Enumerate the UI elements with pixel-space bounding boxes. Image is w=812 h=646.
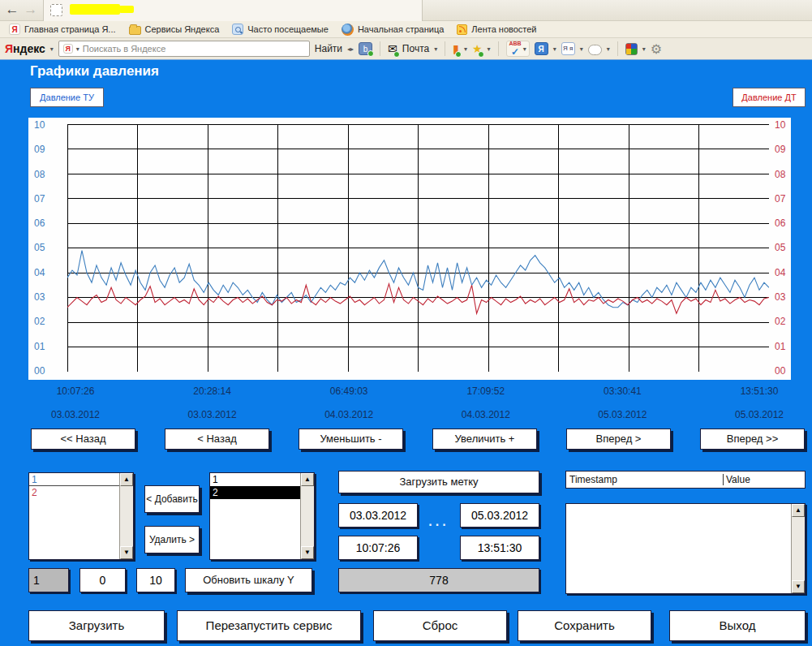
chevron-down-icon[interactable]: ▾ bbox=[434, 45, 437, 53]
badge-icon bbox=[478, 51, 484, 58]
mail-icon[interactable]: ✉ bbox=[388, 42, 397, 55]
scroll-up-icon[interactable]: ▲ bbox=[120, 473, 133, 486]
bookmark-label: Лента новостей bbox=[471, 24, 536, 34]
list-item[interactable]: 1 bbox=[29, 473, 119, 486]
reset-button[interactable]: Сброс bbox=[373, 610, 507, 641]
y-min-field[interactable]: 0 bbox=[79, 568, 126, 592]
favicon-placeholder-icon bbox=[50, 4, 62, 16]
available-channels-list[interactable]: 1 2 ▲ ▼ bbox=[28, 472, 134, 560]
list-item[interactable]: 2 bbox=[29, 486, 119, 499]
time-from-field[interactable]: 10:07:26 bbox=[338, 536, 418, 560]
mail-button[interactable]: Почта bbox=[402, 43, 429, 54]
collapse-arrows-icon[interactable]: ◂▸ bbox=[347, 45, 354, 53]
bookmark-home[interactable]: Я Главная страница Я... bbox=[4, 23, 121, 36]
x-tick-time: 13:51:30 bbox=[715, 385, 804, 397]
save-button[interactable]: Сохранить bbox=[518, 610, 651, 641]
yandex-logo[interactable]: Яндекс bbox=[5, 42, 45, 55]
scroll-up-icon[interactable]: ▲ bbox=[792, 504, 805, 517]
y-tick-label: 01 bbox=[34, 341, 62, 352]
date-to-field[interactable]: 05.03.2012 bbox=[460, 503, 539, 528]
back-icon[interactable]: ← bbox=[5, 2, 19, 18]
y-tick-label: 10 bbox=[34, 119, 62, 131]
scrollbar[interactable]: ▲ ▼ bbox=[119, 473, 133, 559]
y-tick-label: 00 bbox=[775, 365, 791, 377]
chevron-down-icon[interactable]: ▾ bbox=[76, 45, 79, 53]
chart-panel: 1009080706050403020100 10090807060504030… bbox=[28, 118, 791, 380]
y-tick-label: 04 bbox=[775, 267, 791, 278]
load-mark-button[interactable]: Загрузить метку bbox=[338, 471, 539, 493]
visits-icon[interactable]: b bbox=[359, 42, 372, 55]
load-button[interactable]: Загрузить bbox=[28, 610, 165, 641]
chevron-down-icon[interactable]: ▾ bbox=[553, 45, 556, 53]
y-tick-label: 03 bbox=[775, 291, 791, 303]
chevron-down-icon[interactable]: ▾ bbox=[642, 45, 646, 53]
divider bbox=[380, 41, 380, 56]
back-fast-button[interactable]: << Назад bbox=[31, 429, 135, 450]
exit-button[interactable]: Выход bbox=[669, 610, 806, 641]
scrollbar[interactable]: ▲ ▼ bbox=[791, 504, 805, 593]
scroll-down-icon[interactable]: ▼ bbox=[301, 546, 314, 559]
chevron-down-icon[interactable]: ▾ bbox=[580, 45, 583, 53]
pressure-tu-button[interactable]: Давление ТУ bbox=[30, 88, 104, 107]
spellcheck-button[interactable]: ABB ✓ ▾ bbox=[506, 41, 530, 57]
search-icon bbox=[232, 24, 243, 35]
y-tick-label: 05 bbox=[34, 242, 62, 253]
forward-button[interactable]: Вперед > bbox=[566, 429, 671, 450]
selected-channels-list[interactable]: 1 2 ▲ ▼ bbox=[209, 472, 315, 560]
bookmark-services[interactable]: Сервисы Яндекса bbox=[124, 24, 225, 36]
list-item[interactable]: 1 bbox=[210, 473, 300, 486]
pressure-dt-button[interactable]: Давление ДТ bbox=[733, 88, 806, 107]
timestamp-column-header: Timestamp bbox=[569, 474, 617, 485]
chevron-down-icon[interactable]: ▾ bbox=[50, 45, 54, 53]
x-tick-time: 10:07:26 bbox=[31, 385, 120, 397]
gear-icon[interactable]: ⚙ bbox=[651, 41, 662, 57]
badge-icon bbox=[455, 51, 462, 58]
x-tick-date: 04.03.2012 bbox=[441, 409, 531, 420]
values-list[interactable]: ▲ ▼ bbox=[565, 503, 806, 594]
chevron-down-icon[interactable]: ▾ bbox=[487, 45, 490, 53]
restart-service-button[interactable]: Перезапустить сервис bbox=[177, 610, 361, 641]
time-to-field[interactable]: 13:51:30 bbox=[460, 536, 539, 560]
money-icon[interactable]: ▮ bbox=[453, 42, 459, 55]
chevron-down-icon[interactable]: ▾ bbox=[607, 45, 610, 53]
date-from-field[interactable]: 03.03.2012 bbox=[338, 503, 418, 528]
search-input[interactable]: Я ▾ Поискать в Яндексе bbox=[58, 41, 310, 57]
scroll-down-icon[interactable]: ▼ bbox=[120, 546, 133, 559]
add-button[interactable]: < Добавить bbox=[144, 485, 200, 513]
yandex-icon: Я bbox=[63, 44, 73, 54]
scroll-up-icon[interactable]: ▲ bbox=[301, 473, 314, 486]
list-item-selected[interactable]: 2 bbox=[210, 486, 300, 499]
pressure-line-chart[interactable] bbox=[67, 124, 769, 372]
bookmark-frequent[interactable]: Часто посещаемые bbox=[227, 23, 333, 36]
forward-fast-button[interactable]: Вперед >> bbox=[700, 429, 805, 450]
bookmark-newsfeed[interactable]: Лента новостей bbox=[452, 24, 541, 36]
y-max-field[interactable]: 10 bbox=[136, 568, 175, 592]
chevron-down-icon[interactable]: ▾ bbox=[523, 45, 526, 53]
range-dots: ... bbox=[424, 515, 453, 529]
translate-pair-icon[interactable]: Я я bbox=[561, 42, 575, 55]
x-tick-date: 05.03.2012 bbox=[578, 409, 667, 420]
scroll-down-icon[interactable]: ▼ bbox=[792, 580, 805, 593]
y-tick-label: 05 bbox=[775, 242, 791, 253]
bookmark-startpage[interactable]: Начальная страница bbox=[337, 23, 449, 37]
chevron-down-icon[interactable]: ▾ bbox=[464, 45, 467, 53]
browser-chrome: ← → Я Главная страница Я... Сервисы Янде… bbox=[0, 0, 812, 60]
update-y-scale-button[interactable]: Обновить шкалу Y bbox=[185, 568, 312, 592]
redacted-tab-title bbox=[70, 4, 120, 15]
translate-icon[interactable]: Я bbox=[535, 42, 548, 55]
remove-button[interactable]: Удалить > bbox=[144, 526, 200, 553]
find-button[interactable]: Найти bbox=[315, 43, 342, 54]
scrollbar[interactable]: ▲ ▼ bbox=[300, 473, 314, 559]
yandex-toolbar: Яндекс ▾ Я ▾ Поискать в Яндексе Найти ◂▸… bbox=[0, 38, 812, 60]
zoom-in-button[interactable]: Увеличить + bbox=[432, 429, 537, 450]
browser-tab[interactable] bbox=[43, 0, 423, 21]
yandex-icon: Я bbox=[9, 24, 20, 35]
forward-icon: → bbox=[24, 2, 38, 18]
y-tick-label: 08 bbox=[775, 169, 791, 180]
y-tick-label: 07 bbox=[34, 193, 62, 205]
favorites-star-icon[interactable]: ★ bbox=[472, 42, 483, 55]
comments-bubble-icon[interactable] bbox=[588, 45, 602, 55]
back-button[interactable]: < Назад bbox=[165, 429, 269, 450]
services-cube-icon[interactable] bbox=[625, 43, 638, 55]
zoom-out-button[interactable]: Уменьшить - bbox=[299, 429, 403, 450]
